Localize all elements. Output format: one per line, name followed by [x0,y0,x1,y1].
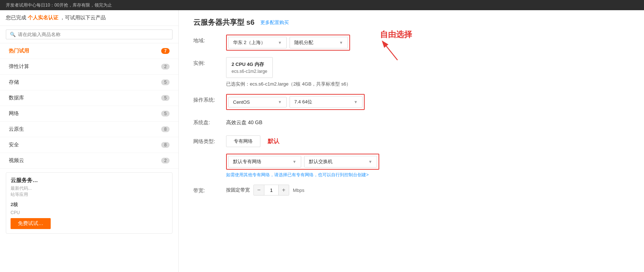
menu-item-badge: 2 [161,64,170,70]
sidebar-item-storage[interactable]: 存储 5 [0,75,178,90]
search-input[interactable] [18,32,168,37]
sidebar-item-video[interactable]: 视频云 2 [0,153,178,169]
vpc-label [193,154,226,157]
vpc-row: 默认专有网络 ▼ 默认交换机 ▼ 如需使用其他专有网络，请选择已有专有网络，也可… [193,154,629,178]
cpu-label: CPU [11,210,168,215]
search-icon: 🔍 [10,32,16,37]
sidebar-item-elastic[interactable]: 弹性计算 2 [0,59,178,75]
network-type-button[interactable]: 专有网络 [226,135,260,147]
menu-item-label: 存储 [9,79,19,86]
instance-label: 实例: [193,57,226,67]
switch-value: 默认交换机 [309,158,333,165]
menu-item-badge: 5 [161,95,170,101]
verified-highlight: 个人实名认证 [28,15,58,20]
bandwidth-type: 按固定带宽 [226,187,250,193]
page-title-row: 云服务器共享型 s6 更多配置购买 [193,17,629,27]
menu-item-label: 热门试用 [9,48,29,54]
region-selects: 华东 2（上海） ▼ 随机分配 ▼ [226,35,350,51]
os-label: 操作系统: [193,94,226,103]
svg-line-1 [383,42,397,60]
bandwidth-unit: Mbps [293,188,304,193]
chevron-down-icon: ▼ [278,40,282,45]
menu-item-badge: 7 [161,48,170,54]
card-title: 云服务务… [11,177,168,184]
chevron-down-icon: ▼ [278,100,282,104]
menu-item-label: 视频云 [9,157,24,164]
network-type-label: 网络类型: [193,135,226,145]
os-type-select[interactable]: CentOS ▼ [228,97,287,107]
menu-item-label: 弹性计算 [9,63,29,70]
bandwidth-plus-button[interactable]: + [279,185,289,195]
free-choice-arrow [376,38,405,64]
chevron-down-icon: ▼ [292,159,296,164]
chevron-down-icon: ▼ [368,159,372,164]
top-bar-text: 开发者试用中心每日10：00开抢，库存有限，领完为止 [6,2,112,8]
disk-label: 系统盘: [193,117,226,126]
region-row: 地域: 华东 2（上海） ▼ 随机分配 ▼ 自由选择 [193,35,629,51]
more-config-link[interactable]: 更多配置购买 [260,19,289,26]
sidebar-item-security[interactable]: 安全 8 [0,137,178,153]
assign-value: 随机分配 [294,39,313,46]
instance-row: 实例: 2 CPU 4G 内存 ecs.s6-c1m2.large 已选实例：e… [193,57,629,87]
os-version-select[interactable]: 7.4 64位 ▼ [290,96,362,108]
instance-spec: 2 CPU 4G 内存 [232,61,267,68]
instance-selected-info: 已选实例：ecs.s6-c1m2.large（2核 4GB，共享标准型 s6） [226,81,629,87]
vpc-select[interactable]: 默认专有网络 ▼ [228,156,301,167]
menu-item-label: 网络 [9,110,19,117]
default-label: 默认 [268,138,279,145]
card-spec: 2核 [11,201,168,208]
instance-box[interactable]: 2 CPU 4G 内存 ecs.s6-c1m2.large [226,57,273,78]
sidebar-item-cloud-native[interactable]: 云原生 8 [0,122,178,137]
instance-content: 2 CPU 4G 内存 ecs.s6-c1m2.large 已选实例：ecs.s… [226,57,629,87]
vpc-value: 默认专有网络 [233,158,261,165]
bandwidth-minus-button[interactable]: − [254,185,264,195]
sidebar-item-hot[interactable]: 热门试用 7 [0,43,178,59]
bandwidth-row: 带宽: 按固定带宽 − + Mbps [193,185,629,196]
menu-item-label: 安全 [9,142,19,148]
main-content: 云服务器共享型 s6 更多配置购买 地域: 华东 2（上海） ▼ 随机分配 ▼ [179,10,644,272]
search-input-wrap[interactable]: 🔍 [6,29,172,39]
free-trial-button[interactable]: 免费试试… [11,218,51,229]
assign-select[interactable]: 随机分配 ▼ [290,37,348,48]
region-content: 华东 2（上海） ▼ 随机分配 ▼ 自由选择 [226,35,629,51]
os-version-value: 7.4 64位 [294,99,312,105]
search-bar: 🔍 [0,26,178,43]
network-type-row: 网络类型: 专有网络 默认 [193,135,629,147]
menu-item-badge: 5 [161,111,170,117]
disk-value: 高效云盘 40 GB [226,117,629,129]
os-selects: CentOS ▼ 7.4 64位 ▼ [226,94,365,110]
bandwidth-label: 带宽: [193,185,226,194]
vpc-selects: 默认专有网络 ▼ 默认交换机 ▼ [226,154,379,170]
card-preview: 云服务务… 最新代码...站等应用 2核 CPU 免费试试… [6,172,172,234]
verified-suffix: ，可试用以下云产品 [60,15,106,20]
page-title: 云服务器共享型 s6 [193,17,255,27]
chevron-down-icon: ▼ [339,40,343,45]
os-content: CentOS ▼ 7.4 64位 ▼ [226,94,629,110]
menu-item-label: 云原生 [9,126,24,133]
sidebar-item-network[interactable]: 网络 5 [0,106,178,122]
network-type-content: 专有网络 默认 [226,135,629,147]
menu-item-badge: 8 [161,142,170,148]
os-row: 操作系统: CentOS ▼ 7.4 64位 ▼ [193,94,629,110]
region-label: 地域: [193,35,226,44]
vpc-hint[interactable]: 如需使用其他专有网络，请选择已有专有网络，也可以自行到控制台创建> [226,172,629,178]
region-select[interactable]: 华东 2（上海） ▼ [228,37,287,48]
verified-notice: 您已完成 个人实名认证 ，可试用以下云产品 [0,10,178,26]
os-type-value: CentOS [233,99,250,105]
verified-prefix: 您已完成 [6,15,26,20]
card-desc: 最新代码...站等应用 [11,185,168,198]
disk-content: 高效云盘 40 GB [226,117,629,129]
vpc-content: 默认专有网络 ▼ 默认交换机 ▼ 如需使用其他专有网络，请选择已有专有网络，也可… [226,154,629,178]
instance-model: ecs.s6-c1m2.large [232,69,267,74]
bandwidth-stepper: − + [253,185,289,196]
switch-select[interactable]: 默认交换机 ▼ [304,156,377,167]
disk-row: 系统盘: 高效云盘 40 GB [193,117,629,129]
chevron-down-icon: ▼ [354,100,358,104]
sidebar-item-database[interactable]: 数据库 5 [0,90,178,106]
bandwidth-content: 按固定带宽 − + Mbps [226,185,629,196]
menu-item-badge: 2 [161,158,170,163]
bandwidth-value-input[interactable] [264,185,279,195]
region-value: 华东 2（上海） [233,39,265,46]
menu-item-label: 数据库 [9,95,24,101]
menu-list: 热门试用 7 弹性计算 2 存储 5 数据库 5 网络 5 云原生 8 [0,43,178,169]
